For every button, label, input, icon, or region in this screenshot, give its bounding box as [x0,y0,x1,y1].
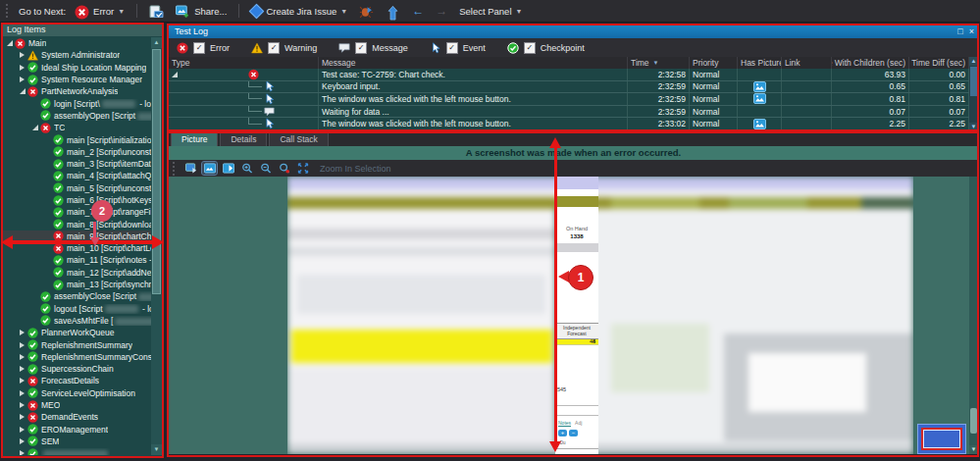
collapse-toggle-icon[interactable] [30,125,39,130]
column-header-twc[interactable]: Time With Children (sec) [832,57,909,69]
log-tree-item[interactable]: main_8 [Script\downloadToE... [2,218,151,230]
log-tree-item[interactable]: SEM [2,435,151,447]
filter-checkbox[interactable]: ✓ [446,42,458,54]
expand-toggle-icon[interactable] [18,342,26,348]
expand-toggle-icon[interactable] [18,414,26,420]
log-row[interactable]: The window was clicked with the left mou… [169,118,969,130]
up-one-level-button[interactable] [383,3,403,20]
zoom-in-button[interactable] [239,162,254,175]
log-tree-item[interactable]: main_4 [Script\attachQuery ... [2,170,151,181]
log-tree-item[interactable]: ServiceLevelOptimisation [2,387,151,399]
filter-event[interactable]: ✓Event [430,42,486,54]
log-tree-item[interactable]: EROManagement [2,424,151,435]
log-row[interactable]: Test case: TC-2759: Chart check.2:32:58N… [169,69,969,81]
expand-toggle-icon[interactable] [18,65,26,71]
filter-checkbox[interactable]: ✓ [355,42,367,54]
log-tree-item[interactable]: main_6 [Script\hotKeys - main] [2,194,151,206]
column-header-link[interactable]: Link [782,57,832,69]
column-header-pic[interactable]: Has Picture [738,57,782,69]
log-tree-item[interactable]: MEO [2,399,151,411]
jump-to-source-button[interactable] [356,3,377,20]
log-tree-item[interactable]: main_7 [Script\rangeFilter - ... [2,206,151,218]
log-tree-item[interactable]: main [Script\initialization - main] [2,133,151,145]
scroll-down-icon[interactable]: ▼ [969,445,978,454]
canvas-scrollbar[interactable]: ▼ [969,177,978,454]
log-row[interactable]: The window was clicked with the left mou… [169,93,969,106]
log-tree-item[interactable]: System Administrator [2,49,151,61]
log-tree-item[interactable]: PartNetworkAnalysis [2,85,151,97]
tab-details[interactable]: Details [220,132,267,146]
compare-picture-button[interactable] [221,162,235,175]
column-header-diff[interactable]: Time Diff (sec) [909,57,969,69]
log-tree-item[interactable]: System Resource Manager [2,74,151,85]
navigate-back-button[interactable]: ← [409,3,427,19]
share-button[interactable]: Share... [173,3,230,20]
cell-has-picture[interactable] [738,118,782,129]
view-actual-size-button[interactable] [202,162,217,175]
log-tree-item[interactable]: Main [2,37,151,49]
screenshot-canvas[interactable]: On Hand 1338 Independent Forecast 238184… [169,177,978,454]
expand-toggle-icon[interactable] [18,378,26,384]
log-tree-item[interactable]: main_11 [Script\notes - main] [2,254,151,266]
log-tree-item[interactable]: main_10 [Script\chartLegend... [2,242,151,254]
create-jira-issue-button[interactable]: Create Jira Issue ▼ [248,4,350,19]
close-icon[interactable]: × [969,25,974,38]
scroll-up-icon[interactable]: ▲ [969,57,978,66]
log-tree-item[interactable]: main_2 [Script\unconstraine... [2,146,151,158]
log-tree-item[interactable]: TC [2,122,151,133]
expand-toggle-icon[interactable] [18,450,26,455]
log-row[interactable]: Waiting for data ...2:32:59Normal0.070.0… [169,106,969,119]
log-tree-item[interactable]: ReplenishmentSummary [2,338,151,350]
navigate-forward-button[interactable]: → [433,3,450,19]
zoom-reset-button[interactable] [277,162,291,175]
expand-toggle-icon[interactable] [18,52,26,58]
expand-toggle-icon[interactable] [18,77,26,82]
expand-toggle-icon[interactable] [18,402,26,408]
expand-toggle-icon[interactable] [18,427,26,433]
goto-next-error-button[interactable]: Error ▼ [72,3,128,20]
log-tree-item[interactable]: assemblyClose [Script... [2,290,151,302]
maximize-icon[interactable]: □ [957,25,962,38]
log-row[interactable]: Keyboard input.2:32:59Normal0.650.65 [169,81,969,94]
log-tree-item[interactable]: DemandEvents [2,411,151,423]
log-tree-item[interactable]: main_5 [Script\unconstraine... [2,182,151,194]
log-tree-item[interactable]: assemblyOpen [Script... [2,110,151,122]
scroll-down-icon[interactable]: ▼ [151,444,162,455]
expand-toggle-icon[interactable] [18,366,26,372]
log-tree-item[interactable]: saveAsMhtFile [... [2,315,151,327]
filter-checkpoint[interactable]: ✓Checkpoint [507,42,585,54]
column-header-pri[interactable]: Priority [690,57,738,69]
expand-toggle-icon[interactable] [18,330,26,335]
filter-checkbox[interactable]: ✓ [193,42,205,54]
log-tree-item[interactable]: ForecastDetails [2,375,151,386]
picture-icon[interactable] [753,93,766,104]
log-tree-item[interactable]: main_9 [Script\chartCheck - ... [2,230,151,242]
expand-toggle-icon[interactable] [18,390,26,396]
scrollbar-thumb[interactable] [970,408,977,434]
fit-to-window-button[interactable] [295,162,310,175]
cell-has-picture[interactable] [738,81,782,93]
log-tree-item[interactable]: main_13 [Script\synchronizat... [2,279,151,290]
filter-error[interactable]: ✓Error [177,42,230,54]
scroll-up-icon[interactable]: ▲ [151,37,162,48]
log-tree-item[interactable]: login [Script\ - login] [2,97,151,109]
collapse-toggle-icon[interactable] [172,72,178,77]
log-tree-item[interactable] [2,447,151,455]
test-log-scrollbar[interactable]: ▲ ▼ [969,57,978,131]
column-header-type[interactable]: Type [169,57,319,69]
tab-picture[interactable]: Picture [171,132,218,146]
expand-toggle-icon[interactable] [18,438,26,444]
select-panel-button[interactable]: Select Panel ▼ [456,4,525,19]
filter-checkbox[interactable]: ✓ [268,42,280,54]
picture-icon[interactable] [753,119,766,129]
column-header-time[interactable]: Time▼ [628,57,690,69]
copy-log-button[interactable] [146,3,167,20]
zoom-out-button[interactable] [258,162,273,175]
filter-warning[interactable]: ✓Warning [251,42,317,54]
scrollbar-thumb[interactable] [152,49,161,294]
expand-toggle-icon[interactable] [18,354,26,360]
column-header-msg[interactable]: Message [319,57,628,69]
log-tree-item[interactable]: SupercessionChain [2,363,151,375]
log-tree-item[interactable]: ReplenishmentSummaryConstrained [2,351,151,363]
cell-has-picture[interactable] [738,93,782,105]
